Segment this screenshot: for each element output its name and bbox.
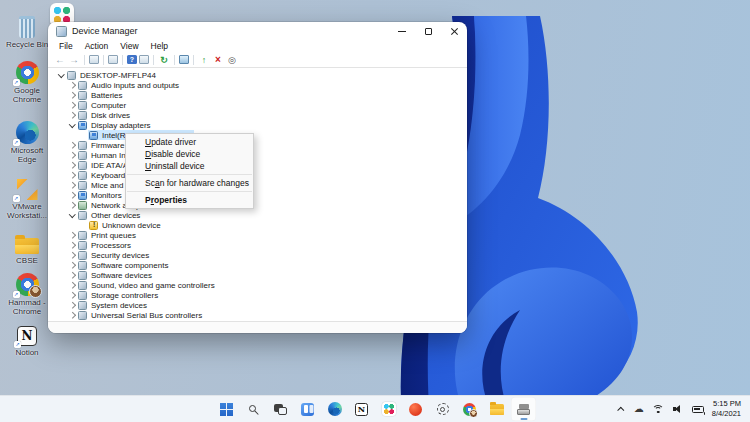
context-menu-item-uninstall-device[interactable]: Uninstall device xyxy=(126,160,253,172)
tree-row[interactable]: IDE ATA/ATAPI controllers xyxy=(48,160,467,170)
tree-row[interactable]: Monitors xyxy=(48,190,467,200)
scan-icon[interactable]: ◎ xyxy=(226,55,238,65)
collapsed-chevron-icon[interactable] xyxy=(67,170,77,180)
collapsed-chevron-icon[interactable] xyxy=(67,100,77,110)
collapsed-chevron-icon[interactable] xyxy=(67,270,77,280)
tree-row[interactable]: Print queues xyxy=(48,230,467,240)
collapsed-chevron-icon[interactable] xyxy=(67,110,77,120)
onedrive-icon[interactable]: ☁ xyxy=(634,402,644,416)
desktop-icon-google-chrome[interactable]: Google Chrome xyxy=(1,58,53,105)
desktop-icon-notion[interactable]: NNotion xyxy=(1,320,53,357)
taskbar-chrome-profile-button[interactable] xyxy=(457,397,482,421)
collapsed-chevron-icon[interactable] xyxy=(67,200,77,210)
collapsed-chevron-icon[interactable] xyxy=(67,140,77,150)
menu-view[interactable]: View xyxy=(114,41,144,51)
collapsed-chevron-icon[interactable] xyxy=(67,190,77,200)
minimize-button[interactable] xyxy=(389,23,415,40)
tree-item-label: Firmware xyxy=(91,141,124,150)
tree-row[interactable]: DESKTOP-MFFLP44 xyxy=(48,70,467,80)
taskbar-start-button[interactable] xyxy=(214,397,239,421)
collapsed-chevron-icon[interactable] xyxy=(67,280,77,290)
tree-row[interactable]: Audio inputs and outputs xyxy=(48,80,467,90)
clock[interactable]: 5:15 PM 8/4/2021 xyxy=(712,399,741,419)
properties-icon[interactable] xyxy=(108,55,118,64)
collapsed-chevron-icon[interactable] xyxy=(67,180,77,190)
tree-row[interactable]: Network adapters xyxy=(48,200,467,210)
collapsed-chevron-icon[interactable] xyxy=(67,80,77,90)
items-icon[interactable] xyxy=(139,55,149,64)
taskbar-slack-button[interactable] xyxy=(376,397,401,421)
display-icon xyxy=(89,131,98,140)
tree-row[interactable]: Security devices xyxy=(48,250,467,260)
collapsed-chevron-icon[interactable] xyxy=(67,300,77,310)
volume-icon[interactable] xyxy=(673,404,684,414)
menu-file[interactable]: File xyxy=(53,41,79,51)
collapsed-chevron-icon[interactable] xyxy=(67,90,77,100)
taskbar-widgets-button[interactable] xyxy=(295,397,320,421)
back-icon[interactable]: ← xyxy=(54,55,66,65)
expanded-chevron-icon[interactable] xyxy=(67,210,77,220)
expanded-chevron-icon[interactable] xyxy=(56,70,66,80)
desktop-icon-cbse-folder[interactable]: CBSE xyxy=(1,228,53,265)
taskbar-search-button[interactable] xyxy=(241,397,266,421)
tree-row[interactable]: Disk drives xyxy=(48,110,467,120)
collapsed-chevron-icon[interactable] xyxy=(67,290,77,300)
tree-row[interactable]: Software components xyxy=(48,260,467,270)
taskbar-notion-button[interactable]: N xyxy=(349,397,374,421)
forward-icon[interactable]: → xyxy=(68,55,80,65)
tree-row[interactable]: Unknown device xyxy=(48,220,467,230)
tree-row[interactable]: Batteries xyxy=(48,90,467,100)
menu-help[interactable]: Help xyxy=(145,41,174,51)
context-menu-item-properties[interactable]: Properties xyxy=(126,194,253,206)
collapsed-chevron-icon[interactable] xyxy=(67,310,77,320)
context-menu-item-disable-device[interactable]: Disable device xyxy=(126,148,253,160)
tree-row[interactable]: Mice and other pointing devices xyxy=(48,180,467,190)
taskbar-settings-button[interactable] xyxy=(430,397,455,421)
tree-row[interactable]: Processors xyxy=(48,240,467,250)
expanded-chevron-icon[interactable] xyxy=(67,120,77,130)
update-driver-icon[interactable]: ↑ xyxy=(198,55,210,65)
context-menu-item-scan-for-hardware-changes[interactable]: Scan for hardware changes xyxy=(126,177,253,189)
collapsed-chevron-icon[interactable] xyxy=(67,240,77,250)
desktop-icon-microsoft-edge[interactable]: Microsoft Edge xyxy=(1,118,53,165)
taskbar-task-view-button[interactable] xyxy=(268,397,293,421)
icon-wrap xyxy=(16,118,39,144)
tree-row[interactable]: Intel(R) HD Graphics 620 xyxy=(48,130,467,140)
tree-row[interactable]: Sound, video and game controllers xyxy=(48,280,467,290)
desktop-icon-recycle-bin[interactable]: Recycle Bin xyxy=(1,12,53,49)
tree-row[interactable]: Computer xyxy=(48,100,467,110)
help-icon[interactable]: ? xyxy=(127,55,137,64)
tree-row[interactable]: Display adapters xyxy=(48,120,467,130)
tree-row[interactable]: Keyboards xyxy=(48,170,467,180)
battery-icon[interactable] xyxy=(692,406,704,413)
tree-row[interactable]: Storage controllers xyxy=(48,290,467,300)
tree-row[interactable]: System devices xyxy=(48,300,467,310)
collapsed-chevron-icon[interactable] xyxy=(67,250,77,260)
tree-row[interactable]: Software devices xyxy=(48,270,467,280)
refresh-icon[interactable]: ↻ xyxy=(158,55,170,65)
titlebar[interactable]: Device Manager xyxy=(48,22,467,40)
tree-row[interactable]: Other devices xyxy=(48,210,467,220)
uninstall-icon[interactable]: × xyxy=(212,55,224,65)
context-menu-item-update-driver[interactable]: Update driver xyxy=(126,136,253,148)
taskbar-red-app-button[interactable] xyxy=(403,397,428,421)
menu-action[interactable]: Action xyxy=(79,41,115,51)
close-button[interactable] xyxy=(441,23,467,40)
hidden-icons-chevron-icon[interactable] xyxy=(618,402,626,416)
show-console-tree-icon[interactable] xyxy=(89,55,99,64)
taskbar-device-manager-button[interactable] xyxy=(511,397,536,421)
tree-row[interactable]: Universal Serial Bus controllers xyxy=(48,310,467,320)
collapsed-chevron-icon[interactable] xyxy=(67,160,77,170)
collapsed-chevron-icon[interactable] xyxy=(67,230,77,240)
tree-row[interactable]: Firmware xyxy=(48,140,467,150)
collapsed-chevron-icon[interactable] xyxy=(67,260,77,270)
taskbar-edge-button[interactable] xyxy=(322,397,347,421)
collapsed-chevron-icon[interactable] xyxy=(67,150,77,160)
desktop-icon-vmware-workstation[interactable]: VMware Workstati... xyxy=(1,174,53,221)
computer-icon[interactable] xyxy=(179,55,189,64)
tree-row[interactable]: Human Interface Devices xyxy=(48,150,467,160)
desktop-icon-hammad-chrome[interactable]: Hammad - Chrome xyxy=(1,270,53,317)
wifi-icon[interactable] xyxy=(652,404,665,415)
taskbar-file-explorer-button[interactable] xyxy=(484,397,509,421)
maximize-button[interactable] xyxy=(415,23,441,40)
